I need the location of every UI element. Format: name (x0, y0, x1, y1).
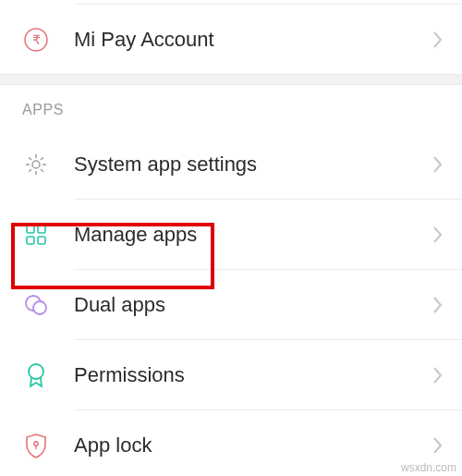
manage-apps-row[interactable]: Manage apps (0, 200, 462, 269)
system-app-settings-label: System app settings (74, 153, 432, 177)
chevron-right-icon (432, 435, 444, 456)
svg-line-9 (29, 169, 31, 172)
lock-shield-icon (22, 432, 50, 459)
svg-rect-13 (27, 237, 34, 244)
svg-rect-12 (38, 226, 45, 233)
chevron-right-icon (432, 295, 444, 315)
app-lock-row[interactable]: App lock (0, 410, 462, 476)
chevron-right-icon (432, 225, 444, 245)
accounts-section: ₹ Mi Pay Account (0, 0, 462, 74)
dual-circles-icon (22, 291, 50, 319)
mi-pay-account-label: Mi Pay Account (74, 28, 432, 52)
permissions-row[interactable]: Permissions (0, 340, 462, 409)
apps-section-header: APPS (0, 85, 462, 129)
rupee-icon: ₹ (22, 26, 50, 54)
watermark: wsxdn.com (401, 461, 456, 474)
badge-icon (22, 361, 50, 389)
section-gap (0, 74, 462, 85)
svg-rect-14 (38, 237, 45, 244)
svg-rect-11 (27, 226, 34, 233)
gear-icon (22, 151, 50, 178)
svg-point-16 (33, 301, 46, 314)
chevron-right-icon (432, 154, 444, 175)
mi-pay-account-row[interactable]: ₹ Mi Pay Account (0, 5, 462, 74)
chevron-right-icon (432, 365, 444, 385)
svg-point-18 (34, 441, 38, 445)
permissions-label: Permissions (74, 363, 432, 387)
dual-apps-row[interactable]: Dual apps (0, 270, 462, 339)
svg-text:₹: ₹ (32, 32, 41, 47)
svg-line-8 (41, 169, 43, 172)
apps-grid-icon (22, 221, 50, 249)
dual-apps-label: Dual apps (74, 293, 432, 317)
manage-apps-label: Manage apps (74, 223, 432, 247)
svg-line-7 (29, 157, 31, 160)
svg-point-2 (32, 161, 40, 168)
system-app-settings-row[interactable]: System app settings (0, 129, 462, 199)
svg-point-17 (29, 364, 43, 379)
apps-section: APPS System app settings (0, 85, 462, 476)
svg-line-10 (41, 157, 43, 160)
app-lock-label: App lock (74, 433, 432, 458)
chevron-right-icon (432, 30, 444, 50)
